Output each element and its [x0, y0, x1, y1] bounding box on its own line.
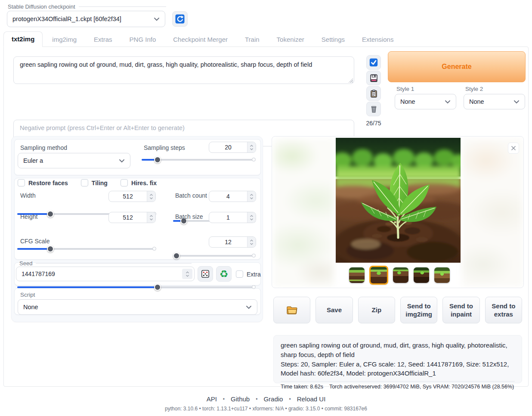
seed-value: 1441787169	[16, 267, 180, 281]
tab-checkpoint-merger[interactable]: Checkpoint Merger	[165, 32, 235, 47]
hires-fix-checkbox[interactable]: Hires. fix	[121, 179, 157, 186]
result-gallery	[272, 136, 524, 288]
cfg-scale-label: CFG Scale	[20, 238, 49, 245]
width-number[interactable]: 512	[108, 191, 156, 202]
send-to-extras-button[interactable]: Send to extras	[485, 297, 522, 323]
api-link[interactable]: API	[207, 395, 217, 403]
slider-thumb[interactable]	[154, 156, 161, 163]
stepper-arrows[interactable]	[147, 191, 155, 202]
gallery-ghost-left	[274, 138, 334, 287]
clear-prompt-button[interactable]	[366, 102, 381, 116]
tiling-checkbox[interactable]: Tiling	[81, 179, 108, 186]
refresh-checkpoint-button[interactable]	[172, 11, 188, 27]
batch-count-label: Batch count	[175, 192, 207, 199]
restore-faces-checkbox[interactable]: Restore faces	[18, 179, 68, 186]
reload-ui-link[interactable]: Reload UI	[297, 395, 326, 403]
cfg-scale-number[interactable]: 12	[209, 236, 256, 248]
batch-size-number[interactable]: 1	[209, 212, 256, 223]
sampling-steps-value: 20	[209, 142, 247, 152]
close-icon	[511, 146, 516, 151]
tab-settings[interactable]: Settings	[314, 32, 353, 47]
generated-image[interactable]	[336, 138, 461, 263]
generate-button[interactable]: Generate	[388, 51, 526, 82]
tab-tokenizer[interactable]: Tokenizer	[269, 32, 312, 47]
batch-size-slider[interactable]	[173, 252, 255, 259]
folder-icon	[286, 305, 297, 315]
batch-count-number[interactable]: 4	[209, 191, 256, 202]
stepper-arrows[interactable]	[247, 191, 256, 202]
tab-extras[interactable]: Extras	[86, 32, 120, 47]
paste-style-button[interactable]	[366, 86, 381, 101]
thumbnail-3[interactable]	[393, 267, 409, 283]
cfg-scale-slider[interactable]	[17, 284, 255, 291]
batch-size-label: Batch size	[175, 213, 203, 220]
script-select[interactable]: None	[18, 299, 257, 315]
seed-label: Seed	[19, 260, 32, 267]
chevron-up-icon	[250, 145, 254, 147]
save-button[interactable]: Save	[315, 297, 353, 323]
send-to-img2img-button[interactable]: Send to img2img	[400, 297, 437, 323]
generation-info: green sapling rowing out of ground, mud,…	[273, 335, 522, 383]
stepper-arrows[interactable]	[247, 237, 256, 247]
chevron-down-icon	[154, 16, 160, 22]
chevron-down-icon	[250, 218, 254, 220]
thumbnail-2-selected[interactable]	[369, 266, 388, 285]
reuse-seed-button[interactable]: ♻	[216, 266, 232, 282]
slider-thumb[interactable]	[47, 211, 54, 217]
stepper-arrows[interactable]	[247, 212, 256, 223]
slider-thumb[interactable]	[47, 245, 54, 252]
width-label: Width	[20, 192, 36, 199]
close-gallery-button[interactable]	[508, 143, 519, 154]
thumbnail-1[interactable]	[349, 267, 365, 283]
checkpoint-label: Stable Diffusion checkpoint	[8, 3, 75, 10]
height-value: 512	[109, 212, 147, 223]
random-seed-button[interactable]	[198, 266, 213, 282]
width-value: 512	[109, 191, 147, 202]
style1-select[interactable]: None	[395, 94, 456, 109]
checkpoint-select[interactable]: protogenX34OfficialR_1.ckpt [60fe2f34]	[7, 11, 165, 27]
seed-number[interactable]: 1441787169	[16, 267, 195, 281]
sampling-steps-label: Sampling steps	[144, 144, 185, 151]
stepper-arrows[interactable]	[247, 142, 256, 152]
chevron-up-icon	[250, 194, 254, 196]
batch-size-value: 1	[209, 212, 247, 223]
checkbox-icon	[18, 179, 25, 186]
thumbnail-4[interactable]	[413, 267, 430, 283]
chevron-down-icon	[149, 218, 153, 220]
sampling-steps-slider[interactable]	[142, 156, 255, 163]
style2-select[interactable]: None	[464, 94, 525, 109]
thumbnail-5[interactable]	[434, 267, 450, 283]
github-link[interactable]: Github	[231, 395, 250, 403]
zip-button[interactable]: Zip	[358, 297, 395, 323]
label-rule	[36, 263, 192, 264]
token-counter: 26/75	[366, 120, 381, 127]
vram-usage-text: Torch active/reserved: 3699/4702 MiB, Sy…	[329, 384, 514, 390]
info-params-text: Steps: 20, Sampler: Euler a, CFG scale: …	[281, 360, 515, 379]
tab-png-info[interactable]: PNG Info	[122, 32, 164, 47]
chevron-down-icon	[250, 148, 254, 150]
gradio-link[interactable]: Gradio	[263, 395, 283, 403]
tab-img2img[interactable]: img2img	[44, 32, 84, 47]
sapling-image	[336, 138, 461, 263]
restore-faces-label: Restore faces	[28, 180, 68, 186]
apply-style-button[interactable]	[366, 55, 381, 70]
tab-extensions[interactable]: Extensions	[354, 32, 401, 47]
trash-icon	[369, 105, 378, 114]
open-folder-button[interactable]	[273, 297, 310, 323]
chevron-down-icon	[246, 304, 252, 310]
prompt-input[interactable]: green sapling rowing out of ground, mud,…	[13, 56, 354, 84]
sampling-method-select[interactable]: Euler a	[18, 153, 130, 168]
stepper-arrows[interactable]	[147, 212, 155, 223]
tab-txt2img[interactable]: txt2img	[3, 31, 43, 47]
send-to-inpaint-button[interactable]: Send to inpaint	[442, 297, 479, 323]
label-rule	[79, 6, 166, 7]
slider-thumb[interactable]	[173, 252, 180, 259]
extra-seed-checkbox[interactable]: Extra	[236, 270, 261, 278]
save-style-button[interactable]	[366, 71, 381, 85]
height-slider[interactable]	[17, 245, 156, 252]
sampling-steps-number[interactable]: 20	[209, 142, 256, 153]
slider-thumb[interactable]	[154, 284, 161, 291]
tab-train[interactable]: Train	[237, 32, 267, 47]
stepper-arrows[interactable]	[182, 269, 192, 279]
height-number[interactable]: 512	[108, 212, 156, 223]
